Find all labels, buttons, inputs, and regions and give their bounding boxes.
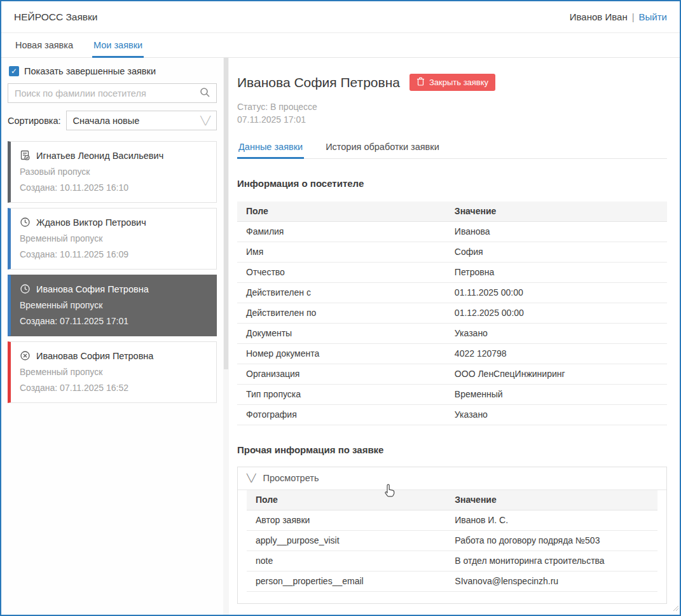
collapse-label: Просмотреть <box>263 473 319 483</box>
other-info-panel: ╲╱ Просмотреть Поле Значение <box>237 467 667 604</box>
resize-grip-icon[interactable] <box>671 603 679 614</box>
tab-request-history[interactable]: История обработки заявки <box>324 135 441 159</box>
status-line: Статус: В процессе <box>237 100 667 113</box>
column-header-field: Поле <box>237 202 446 222</box>
chevron-down-icon: ╲╱ <box>200 116 210 125</box>
collapse-toggle[interactable]: ╲╱ Просмотреть <box>238 467 666 490</box>
table-row: Автор заявки Иванов И. С. <box>247 510 657 530</box>
table-row: Фотография Указано <box>237 404 667 425</box>
value-cell: ООО ЛенСпецИнжиниринг <box>446 364 667 384</box>
request-created: Создана: 10.11.2025 16:09 <box>20 249 209 259</box>
top-bar: НЕЙРОСС Заявки Иванов Иван | Выйти <box>1 1 680 33</box>
list-item-request[interactable]: Жданов Виктор Петрович Временный пропуск… <box>8 208 217 270</box>
request-created: Создана: 10.11.2025 16:10 <box>20 182 209 193</box>
value-cell: София <box>446 242 667 262</box>
checkbox-checked-icon[interactable]: ✓ <box>9 66 19 76</box>
table-row: Имя София <box>237 242 667 262</box>
request-pass-type: Разовый пропуск <box>20 167 209 177</box>
request-list: Игнатьев Леонид Васильевич Разовый пропу… <box>8 141 217 403</box>
table-row: Действителен с 01.11.2025 00:00 <box>237 282 667 303</box>
tab-new-request[interactable]: Новая заявка <box>14 33 74 58</box>
value-cell: 4022 120798 <box>446 343 667 364</box>
status-date: 07.11.2025 17:01 <box>237 113 667 126</box>
show-completed-label: Показать завершенные заявки <box>24 66 156 76</box>
field-cell: Имя <box>237 242 446 262</box>
request-created: Создана: 07.11.2025 17:01 <box>20 316 209 326</box>
tab-request-data[interactable]: Данные заявки <box>237 135 304 159</box>
field-cell: person__properties__email <box>247 571 446 591</box>
user-separator: | <box>632 11 635 22</box>
detail-tab-bar: Данные заявки История обработки заявки <box>237 135 667 159</box>
value-cell: В отдел мониторинга строительства <box>446 551 657 571</box>
value-cell: Указано <box>446 404 667 425</box>
field-cell: Организация <box>237 364 446 384</box>
value-cell: Работа по договору подряда №503 <box>446 530 657 551</box>
pass-issued-icon <box>20 150 31 161</box>
close-request-label: Закрыть заявку <box>429 78 488 87</box>
field-cell: apply__purpose_visit <box>247 530 446 551</box>
request-created: Создана: 07.11.2025 16:52 <box>20 383 209 393</box>
scrollbar-thumb[interactable] <box>224 58 228 369</box>
user-area: Иванов Иван | Выйти <box>570 11 667 22</box>
table-row: note В отдел мониторинга строительства <box>247 551 657 571</box>
search-box <box>8 83 217 103</box>
main-tab-bar: Новая заявка Мои заявки <box>1 33 680 58</box>
field-cell: Документы <box>237 323 446 343</box>
field-cell: note <box>247 551 446 571</box>
field-cell: Действителен по <box>237 303 446 323</box>
app-window: НЕЙРОСС Заявки Иванов Иван | Выйти Новая… <box>0 0 681 616</box>
search-icon <box>200 87 210 100</box>
logout-link[interactable]: Выйти <box>639 11 667 22</box>
sidebar-scrollbar[interactable] <box>223 58 229 615</box>
field-cell: Номер документа <box>237 343 446 364</box>
close-request-button[interactable]: Закрыть заявку <box>409 74 495 91</box>
page-title: Иванова София Петровна <box>237 75 400 90</box>
value-cell: 01.11.2025 00:00 <box>446 282 667 303</box>
request-name: Жданов Виктор Петрович <box>36 217 146 228</box>
table-row: person__properties__email SIvanova@lensp… <box>247 571 657 591</box>
table-row: Действителен по 01.12.2025 00:00 <box>237 303 667 323</box>
field-cell: Тип пропуска <box>237 384 446 404</box>
column-header-value: Значение <box>446 490 657 510</box>
other-info-body: Поле Значение Автор заявки Иванов И. С. … <box>238 490 666 603</box>
value-cell: Указано <box>446 323 667 343</box>
request-name: Игнатьев Леонид Васильевич <box>36 151 163 161</box>
value-cell: Иванов И. С. <box>446 510 657 530</box>
table-row: Отчество Петровна <box>237 262 667 282</box>
requests-sidebar: ✓ Показать завершенные заявки Сортировка… <box>1 58 223 615</box>
list-item-request[interactable]: Ивановав София Петровна Временный пропус… <box>8 341 217 403</box>
field-cell: Действителен с <box>237 282 446 303</box>
request-name: Ивановав София Петровна <box>36 351 153 361</box>
table-row: Организация ООО ЛенСпецИнжиниринг <box>237 364 667 384</box>
column-header-field: Поле <box>247 490 446 510</box>
cancelled-icon <box>20 350 31 361</box>
search-input[interactable] <box>8 88 193 99</box>
sort-selected-value: Сначала новые <box>73 116 140 126</box>
field-cell: Отчество <box>237 262 446 282</box>
visitor-section-title: Информация о посетителе <box>237 178 667 189</box>
show-completed-toggle[interactable]: ✓ Показать завершенные заявки <box>9 66 217 76</box>
clock-icon <box>20 217 31 228</box>
value-cell: 01.12.2025 00:00 <box>446 303 667 323</box>
search-button[interactable] <box>193 84 216 102</box>
sort-row: Сортировка: Сначала новые ╲╱ <box>8 111 217 130</box>
content-area: ✓ Показать завершенные заявки Сортировка… <box>1 58 680 615</box>
column-header-value: Значение <box>446 202 667 222</box>
list-item-request-selected[interactable]: Иванова София Петровна Временный пропуск… <box>8 275 217 336</box>
table-row: Фамилия Иванова <box>237 221 667 242</box>
field-cell: Автор заявки <box>247 510 446 530</box>
other-info-table: Поле Значение Автор заявки Иванов И. С. … <box>247 490 657 592</box>
clock-icon <box>20 284 31 294</box>
request-pass-type: Временный пропуск <box>20 367 209 377</box>
sort-select[interactable]: Сначала новые ╲╱ <box>66 111 217 130</box>
sort-label: Сортировка: <box>8 116 61 126</box>
other-section-title: Прочая информация по заявке <box>237 444 667 455</box>
tab-my-requests[interactable]: Мои заявки <box>92 33 144 58</box>
value-cell: SIvanova@lenspecinzh.ru <box>446 571 657 591</box>
field-cell: Фамилия <box>237 221 446 242</box>
chevron-down-icon: ╲╱ <box>247 474 256 483</box>
app-title: НЕЙРОСС Заявки <box>14 11 97 23</box>
request-pass-type: Временный пропуск <box>20 300 209 310</box>
list-item-request[interactable]: Игнатьев Леонид Васильевич Разовый пропу… <box>8 141 217 203</box>
user-name: Иванов Иван <box>570 11 628 22</box>
